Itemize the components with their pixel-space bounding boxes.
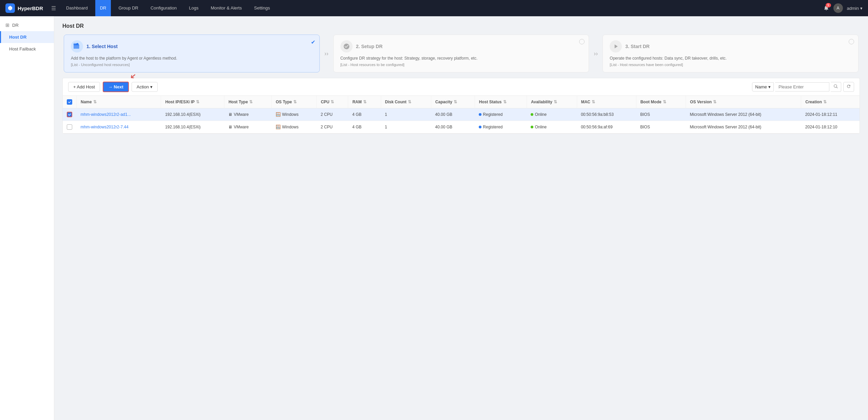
- step-3-circle: [849, 39, 854, 44]
- row-1-checkbox-cell: [63, 121, 77, 133]
- th-checkbox: [63, 96, 77, 108]
- row-0-creation: 2024-01-18:12:11: [801, 108, 860, 121]
- step-3-card: 3. Start DR Operate the configured hosts…: [603, 35, 859, 72]
- table-header-row: Name⇅ Host IP/ESXi IP⇅ Host Type⇅ OS Typ…: [63, 96, 860, 108]
- app-name: HyperBDR: [18, 5, 43, 11]
- row-1-host-ip: 192.168.10.4(ESXi): [161, 121, 224, 133]
- app-logo[interactable]: HyperBDR: [5, 3, 43, 13]
- th-boot-mode: Boot Mode⇅: [636, 96, 686, 108]
- step-1-header: 1. Select Host: [71, 40, 313, 52]
- host-table-wrap: Name⇅ Host IP/ESXi IP⇅ Host Type⇅ OS Typ…: [62, 96, 860, 134]
- row-1-os-type: 🪟Windows: [272, 121, 317, 133]
- th-creation: Creation⇅: [801, 96, 860, 108]
- table-body: mhm-windows2012r2-ad1...192.168.10.4(ESX…: [63, 108, 860, 133]
- select-all-checkbox[interactable]: [67, 99, 72, 105]
- avatar: A: [833, 3, 843, 13]
- refresh-button[interactable]: [843, 82, 854, 92]
- row-1-host-status: Registered: [475, 121, 527, 133]
- th-name: Name⇅: [77, 96, 161, 108]
- step-2-icon: [340, 40, 353, 52]
- step-2-header: 2. Setup DR: [340, 40, 582, 52]
- row-1-cpu: 2 CPU: [317, 121, 348, 133]
- row-0-os-version: Microsoft Windows Server 2012 (64-bit): [686, 108, 801, 121]
- nav-group-dr[interactable]: Group DR: [114, 0, 143, 16]
- steps-row: 1. Select Host Add the host to the platf…: [62, 35, 860, 72]
- table-row: mhm-windows2012r2-7.44192.168.10.4(ESXi)…: [63, 121, 860, 133]
- admin-menu[interactable]: admin ▾: [847, 6, 863, 11]
- search-field-select[interactable]: Name ▾: [752, 82, 774, 91]
- table-row: mhm-windows2012r2-ad1...192.168.10.4(ESX…: [63, 108, 860, 121]
- row-1-boot-mode: BIOS: [636, 121, 686, 133]
- svg-rect-0: [74, 45, 79, 49]
- dr-section-icon: ⊞: [5, 22, 9, 28]
- row-0-availability: Online: [527, 108, 577, 121]
- search-input[interactable]: [775, 82, 829, 91]
- nav-settings[interactable]: Settings: [249, 0, 275, 16]
- row-0-mac: 00:50:56:9a:b8:53: [577, 108, 636, 121]
- step-arrow-2: ››: [590, 35, 601, 72]
- th-os-version: OS Version⇅: [686, 96, 801, 108]
- row-1-disk-count: 1: [381, 121, 431, 133]
- row-0-checkbox[interactable]: [67, 112, 72, 117]
- nav-dashboard[interactable]: Dashboard: [61, 0, 93, 16]
- nav-logs[interactable]: Logs: [184, 0, 203, 16]
- step-1-icon: [71, 40, 83, 52]
- hamburger-icon[interactable]: ☰: [48, 4, 59, 13]
- next-button[interactable]: → Next: [103, 82, 129, 92]
- step-2-title: 2. Setup DR: [356, 44, 383, 49]
- th-mac: MAC⇅: [577, 96, 636, 108]
- add-host-button[interactable]: + Add Host: [68, 82, 100, 92]
- action-dropdown-button[interactable]: Action ▾: [132, 82, 158, 92]
- sidebar-item-host-failback[interactable]: Host Failback: [0, 43, 54, 55]
- nav-right: 9 A admin ▾: [823, 3, 863, 13]
- th-availability: Availability⇅: [527, 96, 577, 108]
- action-chevron-icon: ▾: [150, 84, 153, 89]
- topnav: HyperBDR ☰ Dashboard DR Group DR Configu…: [0, 0, 868, 16]
- step-1-check-icon: ✔: [311, 39, 315, 45]
- th-disk-count: Disk Count⇅: [381, 96, 431, 108]
- th-capacity: Capacity⇅: [431, 96, 475, 108]
- row-0-name[interactable]: mhm-windows2012r2-ad1...: [77, 108, 161, 121]
- toolbar: + Add Host → Next Action ▾ Name ▾: [62, 78, 860, 96]
- row-1-capacity: 40.00 GB: [431, 121, 475, 133]
- sidebar-item-host-dr[interactable]: Host DR: [0, 31, 54, 43]
- row-1-checkbox[interactable]: [67, 124, 72, 130]
- nav-dr[interactable]: DR: [95, 0, 111, 16]
- th-cpu: CPU⇅: [317, 96, 348, 108]
- th-os-type: OS Type⇅: [272, 96, 317, 108]
- row-0-cpu: 2 CPU: [317, 108, 348, 121]
- step-2-desc: Configure DR strategy for the host: Stra…: [340, 55, 582, 61]
- step-2-card: 2. Setup DR Configure DR strategy for th…: [333, 35, 589, 72]
- step-3-title: 3. Start DR: [625, 44, 650, 49]
- step-1-title: 1. Select Host: [86, 44, 118, 49]
- search-field-chevron-icon: ▾: [768, 84, 771, 89]
- sidebar-section-dr: ⊞ DR: [0, 19, 54, 31]
- row-1-name[interactable]: mhm-windows2012r2-7.44: [77, 121, 161, 133]
- row-0-host-type: 🖥VMware: [224, 108, 271, 121]
- step-3-header: 3. Start DR: [610, 40, 851, 52]
- row-1-creation: 2024-01-18:12:10: [801, 121, 860, 133]
- step-arrow-1: ››: [321, 35, 332, 72]
- step-1-sub: [List - Unconfigured host resources]: [71, 63, 313, 67]
- row-1-host-type: 🖥VMware: [224, 121, 271, 133]
- row-1-availability: Online: [527, 121, 577, 133]
- nav-configuration[interactable]: Configuration: [146, 0, 181, 16]
- notification-bell[interactable]: 9: [823, 5, 829, 12]
- th-ram: RAM⇅: [348, 96, 381, 108]
- step-2-sub: [List - Host resources to be configured]: [340, 63, 582, 67]
- step-1-card: 1. Select Host Add the host to the platf…: [64, 35, 320, 72]
- notification-count: 9: [826, 3, 831, 7]
- row-0-host-ip: 192.168.10.4(ESXi): [161, 108, 224, 121]
- search-submit-button[interactable]: [831, 82, 841, 92]
- row-0-checkbox-cell: [63, 108, 77, 121]
- row-0-disk-count: 1: [381, 108, 431, 121]
- row-0-capacity: 40.00 GB: [431, 108, 475, 121]
- row-1-ram: 4 GB: [348, 121, 381, 133]
- row-0-os-type: 🪟Windows: [272, 108, 317, 121]
- row-1-os-version: Microsoft Windows Server 2012 (64-bit): [686, 121, 801, 133]
- nav-monitor-alerts[interactable]: Monitor & Alerts: [206, 0, 246, 16]
- search-bar: Name ▾: [752, 82, 854, 92]
- row-0-ram: 4 GB: [348, 108, 381, 121]
- page-title: Host DR: [62, 23, 860, 29]
- step-1-desc: Add the host to the platform by Agent or…: [71, 55, 313, 61]
